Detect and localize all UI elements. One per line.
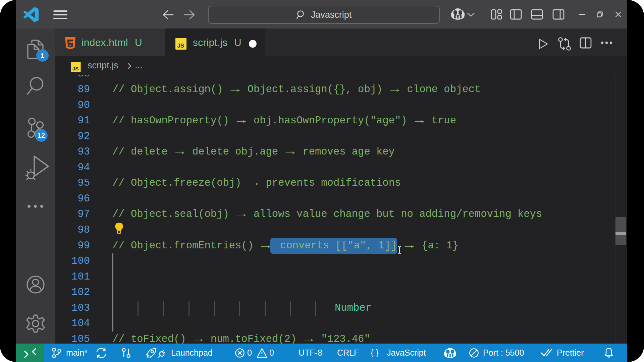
svg-text:JS: JS xyxy=(177,43,184,49)
svg-text:JS: JS xyxy=(72,66,78,71)
